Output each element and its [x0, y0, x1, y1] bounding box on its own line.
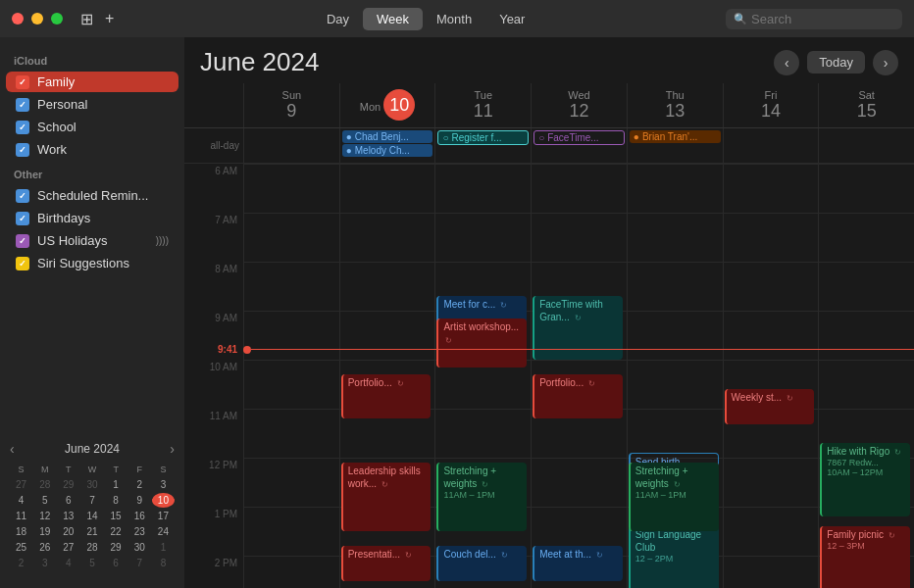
sidebar-item-reminders[interactable]: ✓ Scheduled Remin...	[6, 185, 178, 206]
prev-week-button[interactable]: ‹	[774, 50, 799, 75]
close-button[interactable]	[12, 13, 24, 24]
mini-cal-day-cell[interactable]: 14	[80, 509, 103, 523]
family-checkbox[interactable]: ✓	[16, 75, 29, 89]
mini-cal-day-cell[interactable]: 26	[33, 540, 56, 555]
event-block[interactable]: Couch del... ↻	[436, 546, 527, 581]
mini-cal-prev[interactable]: ‹	[10, 441, 15, 457]
mini-cal-day-cell[interactable]: 5	[80, 556, 103, 570]
cell-mon-9am[interactable]	[339, 311, 435, 360]
today-button[interactable]: Today	[807, 51, 865, 74]
cell-sun-12pm[interactable]	[243, 458, 339, 507]
mini-cal-day-cell[interactable]: 13	[57, 509, 79, 523]
mini-cal-next[interactable]: ›	[170, 441, 175, 457]
mini-cal-day-cell[interactable]: 9	[128, 493, 151, 508]
mini-cal-day-cell[interactable]: 6	[105, 556, 127, 570]
allday-event-brian[interactable]: ● Brian Tran'...	[630, 130, 721, 143]
allday-fri[interactable]	[723, 128, 819, 163]
search-input[interactable]	[751, 12, 879, 26]
cell-wed-7am[interactable]	[531, 213, 627, 262]
time-grid-scroll[interactable]: 6 AM 7 AM	[184, 164, 914, 588]
next-week-button[interactable]: ›	[873, 50, 898, 75]
cell-mon-6am[interactable]	[339, 164, 435, 213]
event-block[interactable]: Portfolio... ↻	[341, 374, 432, 418]
cell-sun-9am[interactable]	[243, 311, 339, 360]
cell-sun-10am[interactable]	[243, 360, 339, 409]
cell-sun-1pm[interactable]	[243, 507, 339, 556]
cell-fri-2pm[interactable]	[723, 556, 819, 588]
cell-fri-9am[interactable]	[723, 311, 819, 360]
mini-cal-day-cell[interactable]: 30	[128, 540, 151, 555]
cell-fri-6am[interactable]	[723, 164, 819, 213]
sidebar-item-personal[interactable]: ✓ Personal	[6, 94, 178, 115]
tab-week[interactable]: Week	[363, 8, 423, 30]
sidebar-item-school[interactable]: ✓ School	[6, 117, 178, 137]
mini-cal-day-cell[interactable]: 22	[105, 524, 127, 539]
sidebar-item-holidays[interactable]: ✓ US Holidays ))))	[6, 230, 178, 251]
siri-checkbox[interactable]: ✓	[16, 257, 29, 270]
sidebar-item-family[interactable]: ✓ Family	[6, 72, 178, 92]
cell-sat-10am[interactable]	[818, 360, 914, 409]
allday-thu[interactable]: ● Brian Tran'...	[627, 128, 723, 163]
personal-checkbox[interactable]: ✓	[16, 98, 29, 112]
allday-sat[interactable]	[818, 128, 914, 163]
mini-cal-day-cell[interactable]: 2	[10, 556, 32, 570]
new-event-icon[interactable]: +	[105, 10, 114, 28]
cell-mon-7am[interactable]	[339, 213, 435, 262]
mini-cal-day-cell[interactable]: 8	[152, 556, 175, 570]
event-block[interactable]: Hike with Rigo ↻7867 Redw...10AM – 12PM	[820, 443, 910, 516]
event-block[interactable]: Artist workshop... ↻	[436, 318, 527, 368]
allday-event-facetime[interactable]: ○ FaceTime...	[533, 130, 625, 145]
mini-cal-day-cell[interactable]: 1	[152, 540, 175, 555]
work-checkbox[interactable]: ✓	[16, 143, 29, 157]
tab-month[interactable]: Month	[423, 8, 485, 30]
reminders-checkbox[interactable]: ✓	[16, 189, 29, 203]
cell-thu-7am[interactable]	[627, 213, 723, 262]
allday-tue[interactable]: ○ Register f...	[434, 128, 531, 163]
cell-tue-7am[interactable]	[434, 213, 531, 262]
mini-cal-day-cell[interactable]: 29	[105, 540, 127, 555]
cell-wed-12pm[interactable]	[531, 458, 627, 507]
cell-sat-8am[interactable]	[818, 262, 914, 311]
mini-cal-day-cell[interactable]: 24	[152, 524, 175, 539]
event-block[interactable]: Meet at th... ↻	[533, 546, 623, 581]
mini-cal-day-cell[interactable]: 17	[152, 509, 175, 523]
mini-cal-day-cell[interactable]: 16	[128, 509, 151, 523]
mini-cal-day-cell[interactable]: 11	[10, 509, 32, 523]
mini-cal-day-cell[interactable]: 19	[33, 524, 56, 539]
cell-thu-8am[interactable]	[627, 262, 723, 311]
birthdays-checkbox[interactable]: ✓	[16, 212, 29, 225]
mini-cal-day-cell[interactable]: 18	[10, 524, 32, 539]
event-block[interactable]: Leadership skills work... ↻	[341, 463, 432, 531]
mini-cal-day-cell[interactable]: 10	[152, 493, 175, 508]
cell-sat-7am[interactable]	[818, 213, 914, 262]
event-block[interactable]: Weekly st... ↻	[725, 389, 815, 424]
cell-tue-11am[interactable]	[434, 409, 531, 458]
mini-cal-day-cell[interactable]: 2	[128, 477, 151, 492]
cell-sun-11am[interactable]	[243, 409, 339, 458]
mini-cal-day-cell[interactable]: 23	[128, 524, 151, 539]
cell-fri-7am[interactable]	[723, 213, 819, 262]
mini-cal-day-cell[interactable]: 8	[105, 493, 127, 508]
cell-sat-9am[interactable]	[818, 311, 914, 360]
event-block[interactable]: Presentati... ↻	[341, 546, 432, 581]
mini-cal-day-cell[interactable]: 27	[10, 477, 32, 492]
cell-tue-6am[interactable]	[434, 164, 531, 213]
mini-cal-day-cell[interactable]: 29	[57, 477, 79, 492]
mini-cal-day-cell[interactable]: 28	[80, 540, 103, 555]
cell-sun-7am[interactable]	[243, 213, 339, 262]
mini-cal-day-cell[interactable]: 12	[33, 509, 56, 523]
cell-thu-9am[interactable]	[627, 311, 723, 360]
event-block[interactable]: Family picnic ↻12 – 3PM	[820, 526, 910, 588]
event-block[interactable]: FaceTime with Gran... ↻	[533, 296, 623, 360]
mini-cal-day-cell[interactable]: 4	[57, 556, 79, 570]
cell-wed-6am[interactable]	[531, 164, 627, 213]
sidebar-item-birthdays[interactable]: ✓ Birthdays	[6, 208, 178, 228]
tab-year[interactable]: Year	[485, 8, 538, 30]
mini-cal-day-cell[interactable]: 15	[105, 509, 127, 523]
mini-cal-day-cell[interactable]: 5	[33, 493, 56, 508]
mini-cal-day-cell[interactable]: 28	[33, 477, 56, 492]
minimize-button[interactable]	[31, 13, 43, 24]
event-block[interactable]: Stretching + weights ↻11AM – 1PM	[436, 463, 527, 531]
sidebar-item-work[interactable]: ✓ Work	[6, 139, 178, 160]
school-checkbox[interactable]: ✓	[16, 121, 29, 134]
